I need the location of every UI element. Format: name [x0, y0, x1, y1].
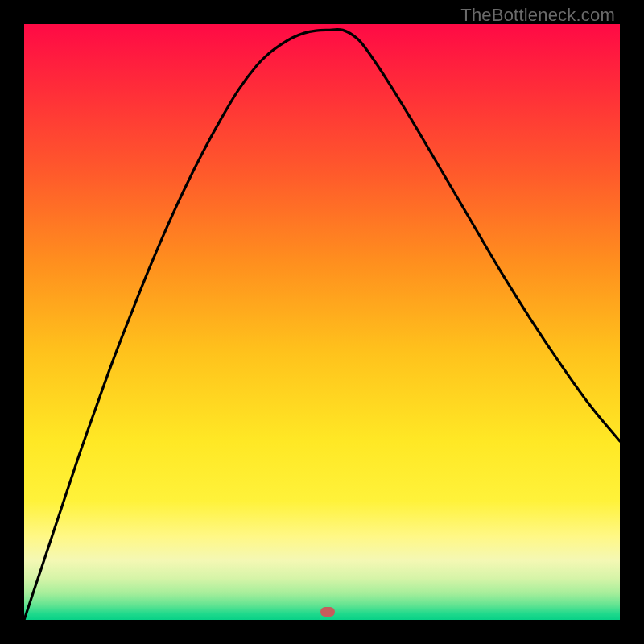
chart-frame: TheBottleneck.com: [0, 0, 644, 644]
balance-point-marker: [320, 607, 335, 617]
plot-area: [24, 24, 620, 620]
bottleneck-curve: [24, 24, 620, 620]
watermark-text: TheBottleneck.com: [460, 5, 615, 26]
